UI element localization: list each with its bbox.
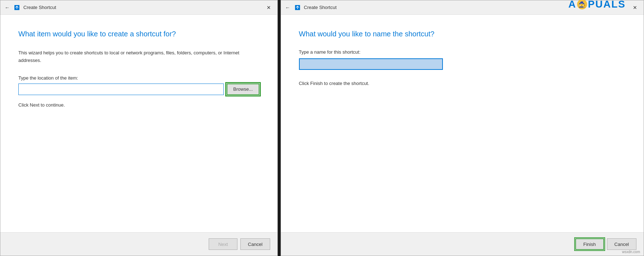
left-title-text: Create Shortcut [23, 5, 56, 10]
next-button[interactable]: Next [209, 238, 237, 250]
right-cancel-button[interactable]: Cancel [607, 238, 636, 250]
location-input[interactable] [18, 84, 224, 95]
name-label: Type a name for this shortcut: [299, 49, 626, 55]
left-cancel-button[interactable]: Cancel [240, 238, 270, 250]
right-back-arrow[interactable]: ← [285, 5, 290, 10]
finish-button[interactable]: Finish [575, 238, 604, 250]
right-dialog-footer: Finish Cancel [281, 232, 644, 256]
right-title-bar: ← Create Shortcut A 🧙 PUALS ✕ [281, 0, 644, 15]
left-dialog-heading: What item would you like to create a sho… [18, 29, 259, 39]
left-dialog-content: What item would you like to create a sho… [0, 15, 277, 232]
left-close-button[interactable]: ✕ [264, 3, 273, 12]
right-close-button[interactable]: ✕ [631, 3, 639, 12]
appuals-logo-rest: PUALS [588, 0, 626, 10]
right-dialog-content: What would you like to name the shortcut… [281, 15, 644, 232]
right-dialog: ← Create Shortcut A 🧙 PUALS ✕ Wha [281, 0, 644, 256]
left-dialog-footer: Next Cancel [0, 232, 277, 256]
appuals-face: 🧙 [577, 0, 587, 9]
watermark: wsxdn.com [622, 250, 640, 254]
left-hint-text: Click Next to continue. [18, 102, 259, 108]
left-dialog: ← Create Shortcut ✕ What item would you … [0, 0, 278, 256]
left-wizard-icon [13, 4, 21, 11]
appuals-logo: A [568, 0, 576, 10]
divider [278, 0, 281, 256]
location-label: Type the location of the item: [18, 75, 259, 81]
left-dialog-description: This wizard helps you to create shortcut… [18, 49, 252, 64]
right-wizard-icon [294, 4, 301, 11]
right-hint-text: Click Finish to create the shortcut. [299, 81, 626, 86]
location-field-row: Browse... [18, 84, 259, 95]
browse-button[interactable]: Browse... [227, 84, 259, 95]
left-title-bar: ← Create Shortcut ✕ [0, 0, 277, 15]
shortcut-name-input[interactable] [299, 58, 443, 70]
right-dialog-heading: What would you like to name the shortcut… [299, 29, 626, 39]
right-title-text: Create Shortcut [304, 5, 337, 10]
left-back-arrow[interactable]: ← [5, 5, 10, 10]
